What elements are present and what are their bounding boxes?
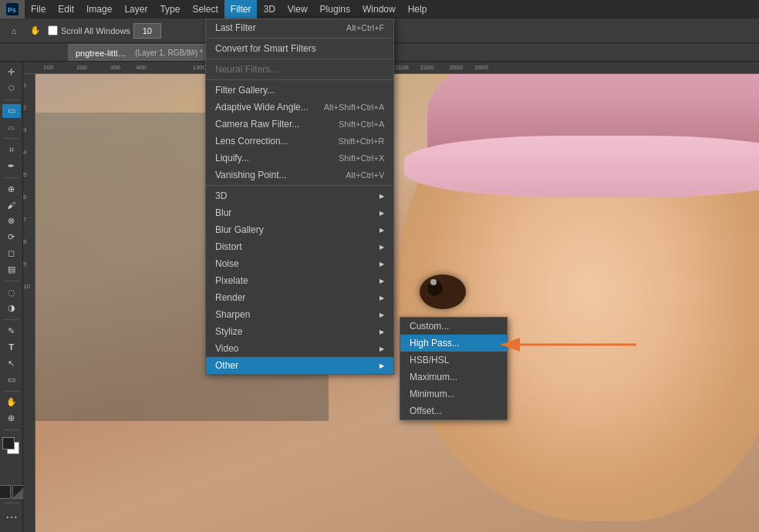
tool-divider-4 [4,281,19,281]
text-tool[interactable]: T [2,340,21,355]
fg-bg-colors[interactable] [2,437,21,456]
menubar-ps[interactable]: Ps [0,0,25,19]
tool-divider-7 [4,429,19,430]
eyedropper-tool[interactable]: ✒ [2,159,21,173]
lasso-tool[interactable]: ⌓ [2,120,21,134]
menu-stylize[interactable]: Stylize [206,323,393,340]
menu-lens-correction[interactable]: Lens Correction... Shift+Ctrl+R [206,133,393,150]
ps-icon: Ps [6,3,19,15]
menubar-plugins[interactable]: Plugins [314,0,356,19]
menu-sep-3 [206,79,393,80]
tool-divider-1 [4,99,19,100]
menubar-3d[interactable]: 3D [257,0,281,19]
menu-distort[interactable]: Distort [206,238,393,255]
menu-last-filter[interactable]: Last Filter Alt+Ctrl+F [206,19,393,36]
crop-tool[interactable]: ⌗ [2,143,21,157]
menu-pixelate[interactable]: Pixelate [206,272,393,289]
tool-divider-2 [4,138,19,139]
ruler-left: 12345 678910 [23,74,35,532]
artboard-tool[interactable]: ⬡ [2,81,21,96]
healing-tool[interactable]: ⊕ [2,182,21,197]
tool-divider-3 [4,177,19,178]
menubar-select[interactable]: Select [186,0,224,19]
menubar-help[interactable]: Help [402,0,433,19]
blur-tool[interactable]: ◌ [2,285,21,300]
svg-text:Ps: Ps [8,6,16,14]
tab-layer-info: (Layer 1, RGB/8#) * [135,49,203,57]
dodge-tool[interactable]: ◑ [2,301,21,316]
menu-blur[interactable]: Blur [206,204,393,221]
menu-sharpen[interactable]: Sharpen [206,306,393,323]
color-tools: ⋯ [0,434,26,529]
menubar-file[interactable]: File [25,0,52,19]
eraser-tool[interactable]: ◻ [2,246,21,261]
scroll-all-checkbox[interactable]: Scroll All Windows [48,25,130,35]
menu-sep-4 [206,185,393,186]
menubar-edit[interactable]: Edit [52,0,80,19]
quick-mask-off[interactable] [0,485,11,499]
tool-divider-8 [4,503,19,503]
menubar-layer[interactable]: Layer [118,0,153,19]
menu-filter-gallery[interactable]: Filter Gallery... [206,82,393,99]
menu-vanishing-point[interactable]: Vanishing Point... Alt+Ctrl+V [206,167,393,184]
menu-liquify[interactable]: Liquify... Shift+Ctrl+X [206,150,393,167]
scroll-all-input[interactable] [48,25,58,35]
zoom-tool[interactable]: ⊕ [2,411,21,426]
menu-3d[interactable]: 3D [206,187,393,204]
path-selection[interactable]: ↖ [2,356,21,371]
tool-divider-5 [4,319,19,320]
clone-tool[interactable]: ⊗ [2,214,21,228]
menubar-view[interactable]: View [282,0,314,19]
menu-camera-raw[interactable]: Camera Raw Filter... Shift+Ctrl+A [206,116,393,133]
pen-tool[interactable]: ✎ [2,324,21,338]
gradient-tool[interactable]: ▤ [2,262,21,277]
more-tools[interactable]: ⋯ [2,507,21,526]
menu-adaptive-wide[interactable]: Adaptive Wide Angle... Alt+Shift+Ctrl+A [206,99,393,116]
filter-menu: Last Filter Alt+Ctrl+F Convert for Smart… [205,19,394,375]
menu-video[interactable]: Video [206,340,393,357]
zoom-input[interactable] [133,23,161,39]
hand-tool-left[interactable]: ✋ [2,395,21,409]
home-button[interactable]: ⌂ [5,22,23,40]
marquee-tool[interactable]: ▭ [2,104,21,119]
foreground-color[interactable] [2,437,15,450]
hand-tool[interactable]: ✋ [26,22,45,40]
menubar: Ps File Edit Image Layer Type Select Fil… [0,0,759,19]
tool-divider-6 [4,391,19,392]
menu-sep-2 [206,59,393,59]
menu-noise[interactable]: Noise [206,255,393,272]
history-tool[interactable]: ⟳ [2,230,21,244]
menu-blur-gallery[interactable]: Blur Gallery [206,221,393,238]
brush-tool[interactable]: 🖌 [2,197,21,212]
menubar-image[interactable]: Image [80,0,118,19]
menu-other[interactable]: Other [206,357,393,374]
move-tool[interactable]: ✛ [2,65,21,79]
document-tab[interactable]: pngtree-little-girl-baby-girl-hd-w (Laye… [68,44,222,61]
menubar-window[interactable]: Window [356,0,402,19]
menu-convert-smart[interactable]: Convert for Smart Filters [206,40,393,57]
left-toolbar: ✛ ⬡ ▭ ⌓ ⌗ ✒ ⊕ 🖌 ⊗ ⟳ ◻ ▤ ◌ ◑ ✎ T ↖ ▭ ✋ ⊕ [0,62,23,532]
menu-neural-filters[interactable]: Neural Filters... [206,61,393,78]
tab-filename: pngtree-little-girl-baby-girl-hd-w [76,49,130,58]
shape-tool[interactable]: ▭ [2,372,21,387]
menu-sep-1 [206,38,393,39]
menubar-filter[interactable]: Filter [224,0,258,19]
menu-render[interactable]: Render [206,289,393,306]
menubar-type[interactable]: Type [153,0,186,19]
photo-canvas [35,74,759,532]
